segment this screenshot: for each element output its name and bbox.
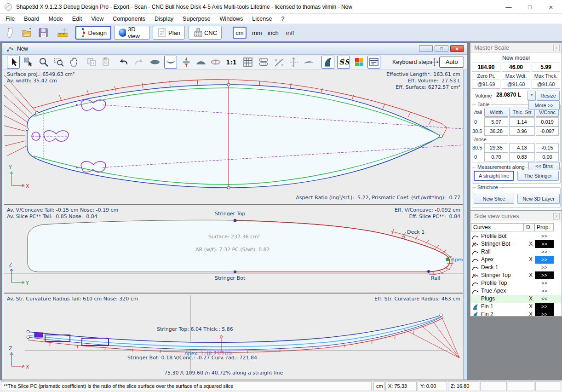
snap-icon[interactable] (287, 56, 300, 69)
table-cell[interactable]: 36.28 (484, 127, 508, 136)
curve-prop-button[interactable]: >> (535, 303, 554, 311)
curve-prop-button[interactable]: << (535, 295, 554, 303)
curve-prop-button[interactable]: >> (535, 240, 554, 248)
col-width-button[interactable]: Width (484, 108, 508, 117)
more-button[interactable]: More >> (528, 101, 560, 110)
menu-edit[interactable]: Edit (68, 14, 87, 23)
stringer-bot-marker[interactable] (234, 271, 236, 273)
doc-close-button[interactable]: × (450, 45, 464, 52)
zoom-area-icon[interactable] (52, 56, 65, 69)
slice-shape[interactable] (28, 220, 450, 272)
menu-help[interactable]: ? (276, 14, 289, 23)
curve-label[interactable]: True Apex (481, 288, 506, 294)
apex-view-icon[interactable] (180, 56, 193, 69)
curve-label[interactable]: Deck 1 (481, 264, 498, 271)
menu-view[interactable]: View (86, 14, 108, 23)
undo-icon[interactable] (117, 56, 130, 69)
unit-inf[interactable]: in/f (286, 29, 294, 36)
pan-hand-icon[interactable] (68, 56, 80, 69)
width-value[interactable]: 46.00 (502, 63, 530, 72)
menu-license[interactable]: License (247, 14, 276, 23)
max-thck-value[interactable]: @91.68 (532, 80, 560, 89)
curve-row[interactable]: Apex X >> (471, 256, 562, 264)
stringer-top-marker[interactable] (234, 219, 236, 222)
table-cell[interactable]: 5.07 (484, 117, 508, 127)
close-icon[interactable]: x (553, 213, 560, 219)
curve-row[interactable]: Profile Bot >> (471, 232, 562, 240)
menu-windows[interactable]: Windows (215, 14, 248, 23)
table-cell[interactable]: 29.35 (484, 143, 508, 152)
curve-prop-button[interactable]: >> (535, 256, 554, 264)
unit-cm[interactable]: cm (233, 27, 247, 39)
slice-list-icon[interactable] (257, 56, 270, 69)
curve-row[interactable]: Stringer Top X >> (471, 271, 562, 279)
measure-icon[interactable] (56, 26, 69, 39)
table-cell[interactable]: 3.96 (509, 127, 535, 136)
curve-prop-button[interactable]: >> (535, 232, 554, 240)
select-area-icon[interactable] (22, 56, 35, 69)
doc-minimize-button[interactable]: — (419, 45, 433, 52)
curve-display-flag[interactable]: X (526, 272, 535, 278)
max-wdt-value[interactable]: @91.68 (502, 80, 530, 89)
curve-row-plugs[interactable]: Plugs X << (471, 295, 562, 303)
rocker-icon[interactable] (302, 56, 315, 69)
new-slice-button[interactable]: New Slice (474, 194, 514, 204)
new-board-icon[interactable] (4, 26, 17, 39)
document-title-bar[interactable]: New — □ × (2, 43, 467, 55)
outline-view-icon[interactable] (149, 56, 161, 69)
curve-label[interactable]: Fin 2 (481, 311, 493, 317)
curve-row[interactable]: Deck 1 >> (471, 264, 562, 271)
rail-point-marker[interactable] (427, 270, 430, 273)
d-column-header[interactable]: D. (524, 223, 534, 231)
table-cell[interactable]: 0.70 (484, 152, 508, 161)
apex-point-marker[interactable] (446, 258, 449, 261)
wireframe-view-icon[interactable] (209, 56, 222, 69)
slice-view-icon[interactable] (164, 56, 177, 69)
zero-pt-value[interactable]: @91.69 (472, 80, 500, 89)
scroll-gutter[interactable] (463, 69, 467, 380)
master-scale-header[interactable]: Master Scale x (470, 43, 562, 53)
curve-prop-button[interactable]: >> (535, 264, 554, 271)
stringer-button[interactable]: The Stringer (517, 171, 559, 181)
scale-1-1-button[interactable]: 1:1 (225, 56, 238, 69)
curve-label[interactable]: Fin 1 (481, 303, 493, 310)
curve-display-flag[interactable]: X (526, 311, 535, 317)
curve-label[interactable]: Profile Bot (481, 233, 506, 239)
table-cell[interactable]: -0.097 (536, 127, 559, 136)
maximize-button[interactable]: □ (519, 0, 540, 14)
curve-row[interactable]: Fin 2 X >> (471, 311, 562, 317)
table-cell[interactable]: 0.019 (536, 117, 559, 127)
curve-display-flag[interactable]: X (526, 295, 535, 302)
cut-icon[interactable] (273, 56, 286, 69)
profile-view-canvas[interactable]: Z X (4, 294, 463, 380)
resize-button[interactable]: Resize (537, 91, 560, 101)
grid-icon[interactable] (241, 56, 254, 69)
curve-prop-button[interactable]: >> (535, 279, 554, 287)
menu-components[interactable]: Components (108, 14, 150, 23)
close-icon[interactable]: x (553, 45, 560, 51)
doc-maximize-button[interactable]: □ (435, 45, 448, 52)
straight-line-button[interactable]: A straight line (474, 171, 514, 181)
curve-row[interactable]: Stringer Bot X >> (471, 240, 562, 248)
star-button[interactable]: * (528, 91, 536, 101)
table-cell[interactable]: -0.15 (536, 143, 559, 152)
curves-column-header[interactable]: Curves (471, 223, 524, 231)
colors-icon[interactable] (353, 56, 366, 69)
copy-icon[interactable] (85, 56, 98, 69)
curves-panel-header[interactable]: Side view curves x (470, 211, 562, 221)
fin-icon[interactable] (321, 56, 334, 69)
board-panel-icon[interactable] (367, 56, 380, 69)
leash-plug-side[interactable] (34, 333, 43, 337)
curve-display-flag[interactable]: X (526, 241, 535, 247)
minimize-button[interactable]: — (498, 0, 519, 14)
outline-view-canvas[interactable]: Y X (4, 69, 463, 204)
thickness-value[interactable]: 5.99 (532, 63, 560, 72)
plan-mode-button[interactable]: Plan (153, 26, 185, 40)
curve-row[interactable]: Profile Top >> (471, 279, 562, 287)
paste-icon[interactable] (100, 56, 113, 69)
auto-button[interactable]: Auto (439, 57, 464, 68)
curve-display-flag[interactable]: X (526, 303, 535, 310)
btns-button[interactable]: << Btns (528, 162, 560, 170)
open-file-icon[interactable] (20, 26, 33, 39)
curve-label[interactable]: Stringer Bot (481, 241, 510, 247)
